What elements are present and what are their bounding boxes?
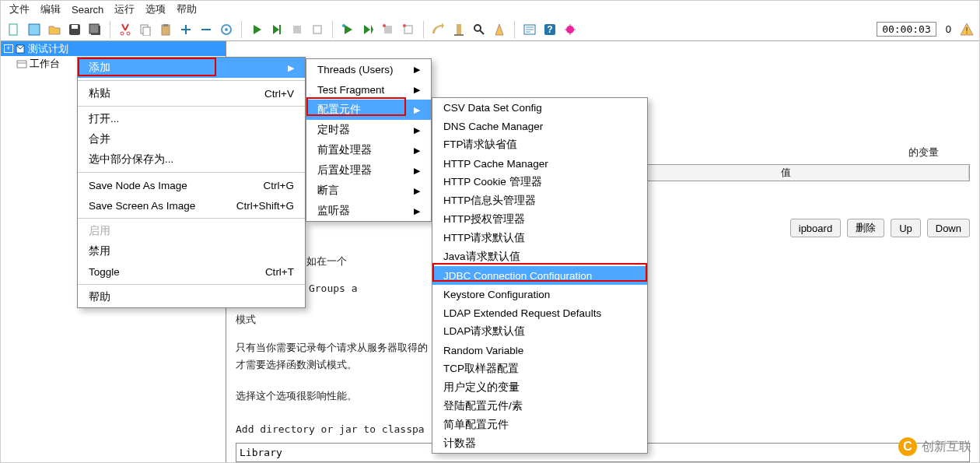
copy-icon[interactable]	[137, 21, 154, 38]
menu-item[interactable]: 简单配置元件	[432, 416, 647, 434]
menu-item[interactable]: Test Fragment▶	[306, 79, 431, 100]
menu-item[interactable]: Threads (Users)▶	[306, 59, 431, 79]
menu-edit[interactable]: 编辑	[37, 1, 65, 18]
function-helper-icon[interactable]	[521, 21, 538, 38]
svg-rect-0	[9, 24, 17, 35]
menu-item[interactable]: 选中部分保存为...	[78, 149, 305, 170]
menu-run[interactable]: 运行	[110, 1, 138, 18]
svg-point-20	[403, 24, 406, 27]
menu-item[interactable]: ToggleCtrl+T	[78, 261, 305, 282]
cut-icon[interactable]	[117, 21, 134, 38]
new-icon[interactable]	[5, 21, 23, 38]
svg-point-22	[474, 25, 481, 31]
menu-item[interactable]: HTTP请求默认值	[432, 229, 647, 247]
menu-item[interactable]: 断言▶	[306, 181, 431, 201]
open-icon[interactable]	[46, 21, 63, 38]
expand-icon[interactable]	[177, 21, 194, 38]
menu-item[interactable]: 定时器▶	[306, 120, 431, 140]
menu-item[interactable]: 合并	[78, 129, 305, 149]
save-icon[interactable]	[66, 21, 83, 38]
tree-node-test-plan[interactable]: + 测试计划	[1, 41, 226, 56]
remote-start-all-icon[interactable]	[359, 21, 376, 38]
remote-start-icon[interactable]	[339, 21, 356, 38]
collapse-icon[interactable]	[198, 21, 215, 38]
warning-icon[interactable]: !	[959, 22, 975, 37]
menu-item[interactable]: FTP请求缺省值	[432, 135, 647, 154]
svg-rect-11	[163, 24, 168, 26]
svg-rect-19	[404, 26, 412, 33]
menu-item[interactable]: DNS Cache Manager	[432, 117, 647, 135]
menu-item[interactable]: 打开...	[78, 109, 305, 129]
menu-item[interactable]: 前置处理器▶	[306, 140, 431, 160]
warn-count: 0	[946, 23, 951, 35]
svg-rect-28	[17, 61, 26, 68]
svg-rect-14	[293, 26, 301, 33]
menu-item[interactable]: 粘贴Ctrl+V	[78, 83, 305, 103]
up-button[interactable]: Up	[891, 219, 921, 237]
menu-item[interactable]: Random Variable	[432, 341, 647, 360]
paste-icon[interactable]	[157, 21, 174, 38]
svg-rect-9	[143, 27, 150, 36]
menubar: 文件 编辑 Search 运行 选项 帮助	[1, 1, 979, 18]
context-menu-primary[interactable]: 添加▶粘贴Ctrl+V打开...合并选中部分保存为...Save Node As…	[77, 57, 306, 308]
menu-item[interactable]: 登陆配置元件/素	[432, 397, 647, 416]
menu-item[interactable]: 计数器	[432, 434, 647, 453]
menu-help[interactable]: 帮助	[173, 1, 201, 18]
menu-options[interactable]: 选项	[142, 1, 170, 18]
start-no-timers-icon[interactable]	[268, 21, 285, 38]
clear-icon[interactable]	[430, 21, 447, 38]
from-clipboard-button[interactable]: ipboard	[790, 219, 841, 237]
menu-item[interactable]: Java请求默认值	[432, 247, 647, 266]
menu-item[interactable]: 禁用	[78, 241, 305, 261]
svg-text:!: !	[965, 26, 968, 35]
toggle-icon[interactable]	[218, 21, 235, 38]
elapsed-timer: 00:00:03	[877, 22, 936, 37]
menu-item[interactable]: 帮助	[78, 287, 305, 307]
templates-icon[interactable]	[26, 21, 43, 38]
menu-item[interactable]: HTTP Cache Manager	[432, 154, 647, 173]
svg-rect-1	[29, 24, 40, 35]
shutdown-icon[interactable]	[309, 21, 326, 38]
start-icon[interactable]	[248, 21, 265, 38]
menu-file[interactable]: 文件	[5, 1, 33, 18]
clear-all-icon[interactable]	[450, 21, 467, 38]
menu-item[interactable]: JDBC Connection Configuration	[432, 266, 647, 285]
menu-item[interactable]: 监听器▶	[306, 201, 431, 221]
down-button[interactable]: Down	[927, 219, 970, 237]
toolbar: ? 00:00:03 0 !	[1, 18, 979, 41]
svg-text:?: ?	[547, 24, 552, 35]
help-icon[interactable]: ?	[541, 21, 558, 38]
svg-point-13	[225, 28, 228, 31]
menu-item: 启用	[78, 221, 305, 241]
menu-item[interactable]: Save Node As ImageCtrl+G	[78, 175, 305, 195]
reset-search-icon[interactable]	[491, 21, 508, 38]
remote-shutdown-icon[interactable]	[400, 21, 417, 38]
menu-item[interactable]: 添加▶	[78, 58, 305, 78]
menu-item[interactable]: HTTP授权管理器	[432, 210, 647, 229]
menu-item[interactable]: LDAP Extended Request Defaults	[432, 303, 647, 322]
svg-rect-3	[72, 25, 78, 29]
menu-item[interactable]: TCP取样器配置	[432, 360, 647, 378]
search-tree-icon[interactable]	[471, 21, 488, 38]
menu-item[interactable]: 用户定义的变量	[432, 378, 647, 397]
menu-item[interactable]: HTTP信息头管理器	[432, 191, 647, 210]
remote-stop-icon[interactable]	[380, 21, 397, 38]
context-menu-config-elements[interactable]: CSV Data Set ConfigDNS Cache ManagerFTP请…	[432, 97, 648, 454]
context-menu-add[interactable]: Threads (Users)▶Test Fragment▶配置元件▶定时器▶前…	[306, 58, 432, 222]
menu-item[interactable]: HTTP Cookie 管理器	[432, 173, 647, 191]
delete-button[interactable]: 删除	[847, 219, 884, 237]
watermark-text: 创新互联	[922, 439, 971, 455]
menu-item[interactable]: 配置元件▶	[306, 100, 431, 120]
stop-icon[interactable]	[289, 21, 306, 38]
menu-item[interactable]: Keystore Configuration	[432, 285, 647, 303]
menu-item[interactable]: LDAP请求默认值	[432, 322, 647, 341]
debug-icon[interactable]	[562, 21, 579, 38]
menu-item[interactable]: Save Screen As ImageCtrl+Shift+G	[78, 195, 305, 216]
vars-label-suffix: 的变量	[908, 146, 939, 158]
col-header-value: 值	[603, 166, 969, 180]
svg-point-18	[383, 24, 386, 27]
save-all-icon[interactable]	[86, 21, 103, 38]
menu-search[interactable]: Search	[68, 2, 107, 17]
menu-item[interactable]: CSV Data Set Config	[432, 98, 647, 117]
menu-item[interactable]: 后置处理器▶	[306, 160, 431, 181]
